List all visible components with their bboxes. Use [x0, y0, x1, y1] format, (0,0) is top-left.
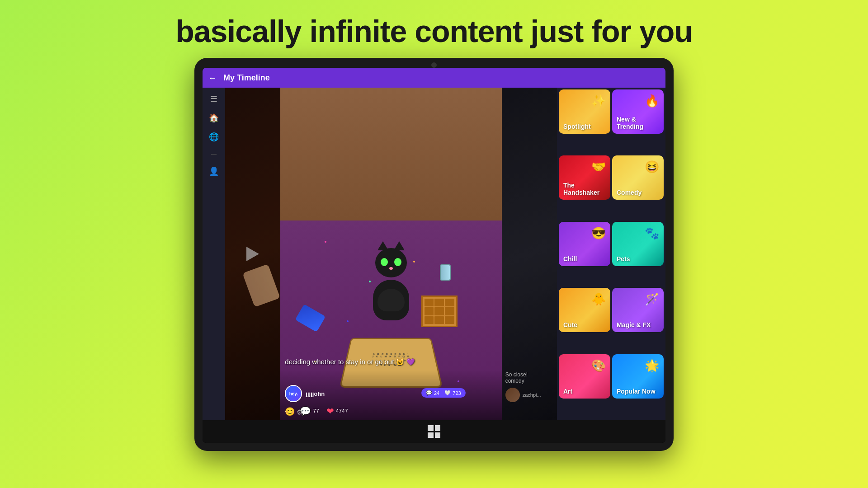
- category-label-4: Chill: [563, 255, 577, 263]
- sidebar-globe-icon[interactable]: 🌐: [209, 132, 219, 142]
- category-label-0: Spotlight: [563, 123, 591, 130]
- app-header: ← My Timeline: [203, 68, 665, 88]
- category-card-the-handshaker[interactable]: 🤝The Handshaker: [559, 155, 610, 200]
- tablet-device: ← My Timeline ☰ 🏠 🌐 — 👤: [194, 58, 674, 451]
- sidebar-menu-icon[interactable]: ☰: [210, 94, 217, 104]
- sidebar-profile-icon[interactable]: 👤: [209, 166, 219, 176]
- category-emoji-4: 😎: [591, 226, 606, 240]
- category-card-chill[interactable]: 😎Chill: [559, 222, 610, 266]
- left-video-bg: [225, 88, 280, 420]
- sidebar: ☰ 🏠 🌐 — 👤: [203, 88, 225, 420]
- category-emoji-9: 🌟: [645, 359, 659, 373]
- category-card-cute[interactable]: 🐥Cute: [559, 288, 610, 332]
- category-emoji-7: 🪄: [645, 292, 659, 306]
- header-title: My Timeline: [223, 73, 270, 83]
- app-body: ☰ 🏠 🌐 — 👤: [203, 88, 665, 420]
- username-label: jjjjjohn: [306, 390, 325, 397]
- chat-bubble: 💬 24 🤍 723: [421, 388, 466, 398]
- main-video-panel[interactable]: ▶ 17: [280, 88, 501, 420]
- category-label-6: Cute: [563, 321, 577, 328]
- category-card-spotlight[interactable]: ✨Spotlight: [559, 89, 610, 134]
- category-label-8: Art: [563, 388, 572, 395]
- sidebar-home-icon[interactable]: 🏠: [209, 113, 219, 123]
- category-card-magic-&-fx[interactable]: 🪄Magic & FX: [612, 288, 664, 332]
- emoji-reaction[interactable]: 😊: [285, 407, 295, 417]
- tablet-screen: ← My Timeline ☰ 🏠 🌐 — 👤: [203, 68, 665, 443]
- category-emoji-1: 🔥: [645, 94, 659, 108]
- video-feed: ▶ 17: [225, 88, 557, 420]
- side-username: zachpi...: [523, 392, 541, 398]
- right-video-bg: So close! comedy zachpi...: [502, 88, 557, 420]
- category-label-7: Magic & FX: [617, 321, 651, 328]
- user-avatar: hey.: [285, 385, 302, 402]
- category-card-comedy[interactable]: 😆Comedy: [612, 155, 664, 200]
- category-label-5: Pets: [617, 255, 630, 263]
- category-emoji-3: 😆: [645, 160, 659, 174]
- category-label-2: The Handshaker: [563, 182, 606, 196]
- category-emoji-5: 🐾: [645, 226, 659, 240]
- side-video-comment: So close! comedy: [505, 371, 553, 384]
- right-video-panel[interactable]: So close! comedy zachpi...: [502, 88, 557, 420]
- page-headline: basically infinite content just for you: [175, 14, 693, 49]
- windows-logo[interactable]: [428, 425, 440, 438]
- interaction-bar: ↩ 💬 77 ❤ 4747: [285, 406, 497, 417]
- category-card-pets[interactable]: 🐾Pets: [612, 222, 664, 266]
- video-caption: deciding whether to stay in or go out 🐱 …: [285, 358, 474, 366]
- category-label-9: Popular Now: [617, 388, 656, 395]
- category-emoji-2: 🤝: [591, 160, 606, 174]
- jar-prop: [440, 264, 451, 281]
- category-label-1: New & Trending: [617, 116, 659, 130]
- category-emoji-0: ✨: [591, 94, 606, 108]
- category-emoji-8: 🎨: [591, 359, 606, 373]
- cat-figure: [364, 262, 418, 320]
- video-crate: [421, 296, 458, 327]
- category-emoji-6: 🐥: [591, 292, 606, 306]
- category-grid: ✨Spotlight🔥New & Trending🤝The Handshaker…: [557, 88, 665, 420]
- category-label-3: Comedy: [617, 189, 642, 196]
- content-area: ▶ 17: [225, 88, 665, 420]
- video-wall: [280, 88, 501, 221]
- left-video-panel[interactable]: [225, 88, 280, 420]
- side-user-avatar: [505, 388, 520, 402]
- like-item[interactable]: ❤ 4747: [326, 406, 348, 417]
- tablet-home-bar: [203, 420, 665, 443]
- back-button[interactable]: ←: [208, 73, 217, 83]
- category-card-new-&-trending[interactable]: 🔥New & Trending: [612, 89, 664, 134]
- category-card-popular-now[interactable]: 🌟Popular Now: [612, 354, 664, 399]
- camera-dot: [431, 62, 437, 68]
- side-user-row: zachpi...: [505, 388, 553, 402]
- video-bottom-bar: hey. jjjjjohn ↩ 💬: [280, 371, 501, 420]
- main-video-bg: A B C D E F G H I J K L M N O P Q R 1 2 …: [280, 88, 501, 420]
- category-card-art[interactable]: 🎨Art: [559, 354, 610, 399]
- sidebar-divider: —: [211, 151, 217, 157]
- settings-icon[interactable]: ⚙: [297, 408, 303, 417]
